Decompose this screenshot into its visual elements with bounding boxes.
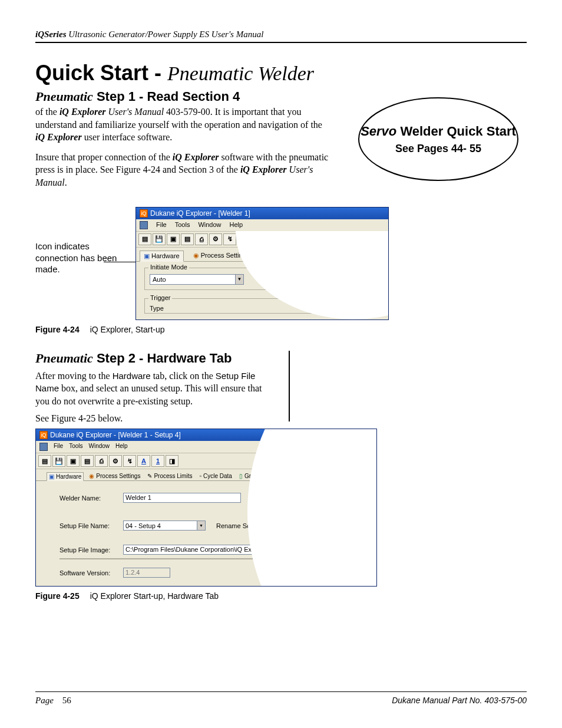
lbl-setup-file: Setup File Name:: [59, 522, 118, 529]
lbl-setup-image: Setup File Image:: [59, 546, 118, 554]
page-title: Quick Start - Pneumatic Welder: [35, 61, 527, 85]
toolbar-btn-4[interactable]: ▤: [81, 455, 94, 467]
fig-text: iQ Explorer, Start-up: [90, 325, 165, 334]
app-window-fig25: iQ Dukane iQ Explorer - [Welder 1 - Setu…: [35, 429, 377, 587]
titlebar[interactable]: iQ Dukane iQ Explorer - [Welder 1]: [136, 207, 388, 219]
menu-window[interactable]: Window: [88, 443, 110, 451]
menubar: File Tools Window Help: [136, 219, 388, 232]
fig-num-2: Figure 4-25: [35, 591, 80, 601]
tab-cycle-data[interactable]: ▫Cycle Data: [197, 472, 233, 480]
chevron-down-icon: ▼: [197, 521, 205, 530]
title-sub: Pneumatic Welder: [167, 62, 314, 84]
window-title-2: Dukane iQ Explorer - [Welder 1 - Setup 4…: [50, 431, 181, 439]
header-series-suffix: Series: [44, 29, 67, 39]
page-footer: Page 56 Dukane Manual Part No. 403-575-0…: [35, 691, 527, 706]
toolbar-btn-1num[interactable]: 1: [151, 455, 164, 467]
servo-callout: Servo Welder Quick Start See Pages 44- 5…: [356, 95, 521, 183]
chevron-down-icon: ▼: [235, 275, 243, 284]
input-welder-name[interactable]: Welder 1: [123, 493, 241, 503]
menu-file[interactable]: File: [156, 221, 167, 229]
header-series: iQ: [35, 29, 44, 39]
toolbar-btn-10[interactable]: ◨: [166, 455, 178, 467]
toolbar-btn-6[interactable]: ⚙: [209, 233, 222, 245]
fig-num: Figure 4-24: [35, 325, 80, 334]
callout-pages: See Pages 44- 55: [395, 143, 481, 155]
lbl-welder-name: Welder Name:: [59, 495, 118, 502]
group-legend-trigger: Trigger: [148, 294, 172, 301]
annotation-connection-icon: Icon indicates connection has been made.: [35, 241, 130, 275]
toolbar-btn-1[interactable]: ▤: [38, 455, 51, 467]
step1-heading: Pneumatic Step 1 - Read Section 4: [35, 89, 332, 104]
connection-icon: [140, 221, 148, 229]
vertical-divider: [289, 351, 290, 421]
menu-window[interactable]: Window: [198, 221, 221, 229]
menu-help[interactable]: Help: [115, 443, 128, 451]
tab-hardware[interactable]: ▣Hardware: [140, 251, 184, 262]
app-window-fig24: iQ Dukane iQ Explorer - [Welder 1] File …: [135, 207, 389, 320]
step2-para: After moving to the Hardware tab, click …: [35, 370, 271, 408]
group-legend-initiate: Initiate Mode: [148, 263, 189, 271]
title-main: Quick Start -: [35, 61, 167, 85]
see-figure: See Figure 4-25 below.: [35, 413, 271, 424]
step1-rest: Step 1 - Read Section 4: [93, 89, 240, 104]
app-icon: iQ: [39, 431, 48, 439]
step2-prefix: Pneumatic: [35, 351, 93, 365]
toolbar-btn-3[interactable]: ▣: [167, 233, 180, 245]
callout-rest: Welder Quick Start: [396, 124, 516, 139]
toolbar-btn-1[interactable]: ▤: [138, 233, 151, 245]
combo-setup-file[interactable]: 04 - Setup 4 ▼: [123, 521, 206, 531]
toolbar-btn-4[interactable]: ▤: [181, 233, 194, 245]
fig-text-2: iQ Explorer Start-up, Hardware Tab: [90, 591, 219, 601]
step1-para1: of the iQ Explorer User's Manual 403-579…: [35, 106, 332, 144]
menu-file[interactable]: File: [54, 443, 63, 451]
running-header: iQSeries Ultrasonic Generator/Power Supp…: [35, 29, 527, 43]
header-subtitle: Ultrasonic Generator/Power Supply ES Use…: [67, 29, 264, 39]
menu-help[interactable]: Help: [230, 221, 243, 229]
footer-page-label: Page: [35, 696, 54, 705]
combo-setup-value: 04 - Setup 4: [125, 522, 161, 529]
toolbar-btn-a[interactable]: A: [137, 455, 150, 467]
toolbar-btn-6[interactable]: ⚙: [109, 455, 122, 467]
connection-icon: [39, 443, 48, 451]
toolbar-btn-save[interactable]: 💾: [52, 455, 65, 467]
combo-value: Auto: [153, 276, 166, 283]
menu-tools[interactable]: Tools: [69, 443, 82, 451]
tab-hardware[interactable]: ▣Hardware: [47, 472, 84, 481]
step2-heading: Pneumatic Step 2 - Hardware Tab: [35, 351, 271, 366]
lbl-version: Software Version:: [59, 569, 118, 577]
app-icon: iQ: [140, 209, 148, 218]
window-title: Dukane iQ Explorer - [Welder 1]: [150, 209, 250, 218]
toolbar-btn-5[interactable]: ⎙: [195, 233, 208, 245]
footer-page-num: 56: [62, 696, 71, 705]
figure-caption-24: Figure 4-24iQ Explorer, Start-up: [35, 325, 527, 334]
input-version: 1.2.4: [123, 568, 170, 578]
figure-caption-25: Figure 4-25iQ Explorer Start-up, Hardwar…: [35, 591, 527, 601]
step1-para2: Insure that proper connection of the iQ …: [35, 151, 332, 189]
toolbar-btn-7[interactable]: ↯: [223, 233, 236, 245]
toolbar-btn-save[interactable]: 💾: [153, 233, 166, 245]
tab-process-limits[interactable]: ✎Process Limits: [146, 472, 194, 480]
svg-point-0: [359, 98, 518, 180]
step2-rest: Step 2 - Hardware Tab: [93, 351, 232, 365]
menu-tools[interactable]: Tools: [175, 221, 190, 229]
toolbar-btn-5[interactable]: ⎙: [95, 455, 108, 467]
callout-servo: Servo: [361, 124, 396, 139]
toolbar-btn-3[interactable]: ▣: [67, 455, 80, 467]
toolbar-btn-7[interactable]: ↯: [123, 455, 136, 467]
footer-part: Dukane Manual Part No. 403-575-00: [392, 696, 527, 706]
tab-process-settings[interactable]: ◉Process Settings: [87, 472, 142, 480]
step1-prefix: Pneumatic: [35, 89, 93, 104]
combo-initiate-mode[interactable]: Auto ▼: [150, 274, 244, 285]
